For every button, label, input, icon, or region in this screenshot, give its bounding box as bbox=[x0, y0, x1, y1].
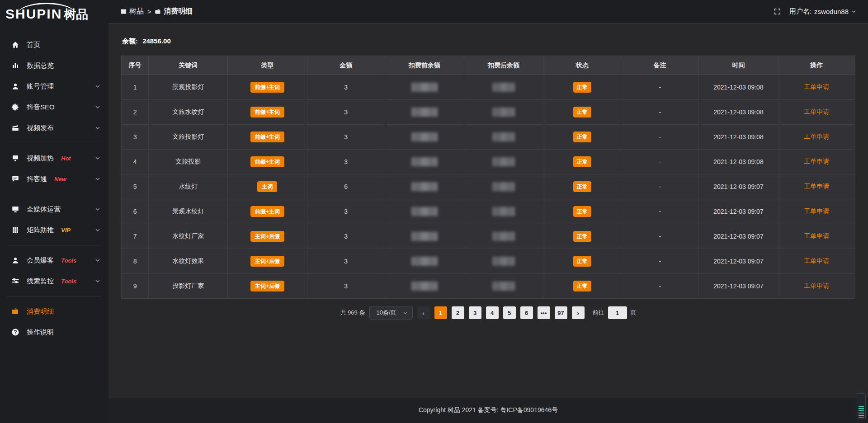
wallet-icon bbox=[155, 8, 161, 15]
goto-page-input[interactable] bbox=[608, 306, 627, 319]
page-size-select[interactable]: 10条/页 bbox=[369, 306, 412, 320]
page-button-3[interactable]: 3 bbox=[469, 306, 481, 319]
work-order-link[interactable]: 工单申请 bbox=[804, 158, 829, 165]
consumption-table: 序号关键词类型金额扣费前余额扣费后余额状态备注时间操作 1 景观投影灯 前缀+主… bbox=[121, 56, 855, 299]
page-button-4[interactable]: 4 bbox=[486, 306, 499, 319]
sidebar-item[interactable]: 会员爆客 Tools bbox=[0, 250, 108, 271]
table-header: 序号关键词类型金额扣费前余额扣费后余额状态备注时间操作 bbox=[122, 56, 855, 75]
sidebar-item[interactable]: 线索监控 Tools bbox=[0, 271, 108, 291]
sidebar-item-tag: New bbox=[54, 176, 66, 183]
column-header: 扣费后余额 bbox=[464, 56, 543, 75]
cell-index: 5 bbox=[122, 174, 149, 199]
cell-amount: 3 bbox=[307, 274, 385, 299]
table-row: 3 文旅投影灯 前缀+主词 3 正常 - 2021-12-03 09:08 工单… bbox=[122, 125, 855, 150]
page-button-6[interactable]: 6 bbox=[520, 306, 533, 319]
cell-index: 4 bbox=[122, 150, 149, 174]
chevron-down-icon bbox=[95, 227, 100, 233]
logo-arc-decoration bbox=[17, 3, 76, 14]
more-pages-button[interactable]: ••• bbox=[538, 306, 550, 319]
page-size-value: 10条/页 bbox=[376, 309, 396, 317]
type-badge: 前缀+主词 bbox=[250, 206, 284, 217]
cell-balance-after bbox=[464, 249, 543, 274]
cell-time: 2021-12-03 09:07 bbox=[699, 199, 778, 224]
sidebar-item[interactable]: 账号管理 bbox=[0, 76, 108, 97]
type-badge: 前缀+主词 bbox=[250, 156, 284, 167]
work-order-link[interactable]: 工单申请 bbox=[804, 207, 829, 215]
sidebar-item[interactable]: 消费明细 bbox=[0, 301, 108, 322]
wallet-icon bbox=[11, 307, 20, 316]
page-button-1[interactable]: 1 bbox=[434, 306, 447, 319]
page-number-buttons: 123456•••97 bbox=[434, 306, 567, 319]
page-button-97[interactable]: 97 bbox=[555, 306, 567, 319]
cell-action: 工单申请 bbox=[778, 224, 855, 249]
type-badge: 前缀+主词 bbox=[250, 107, 284, 118]
breadcrumb-separator: > bbox=[147, 8, 151, 15]
cell-time: 2021-12-03 09:07 bbox=[699, 274, 778, 299]
work-order-link[interactable]: 工单申请 bbox=[804, 133, 829, 140]
cell-time: 2021-12-03 09:07 bbox=[699, 174, 778, 199]
next-page-button[interactable]: › bbox=[572, 306, 585, 319]
cell-status: 正常 bbox=[543, 75, 621, 100]
column-header: 金额 bbox=[307, 56, 385, 75]
sidebar-item-label: 操作说明 bbox=[27, 328, 54, 337]
cell-index: 1 bbox=[122, 75, 149, 100]
sidebar-item-tag: Tools bbox=[61, 278, 76, 285]
cell-balance-before bbox=[385, 224, 464, 249]
sidebar-item-label: 消费明细 bbox=[27, 307, 54, 316]
cell-type: 主词+后缀 bbox=[228, 274, 307, 299]
cell-amount: 3 bbox=[307, 249, 385, 274]
table-row: 4 文旅投影 前缀+主词 3 正常 - 2021-12-03 09:08 工单申… bbox=[122, 150, 855, 174]
cell-index: 8 bbox=[122, 249, 149, 274]
cell-amount: 3 bbox=[307, 100, 385, 125]
sidebar-item[interactable]: 操作说明 bbox=[0, 322, 108, 343]
sidebar-item-label: 视频发布 bbox=[27, 124, 54, 132]
sidebar-item-tag: VIP bbox=[61, 227, 71, 234]
breadcrumb-home-label: 树品 bbox=[129, 7, 144, 16]
work-order-link[interactable]: 工单申请 bbox=[804, 183, 829, 190]
work-order-link[interactable]: 工单申请 bbox=[804, 83, 829, 90]
work-order-link[interactable]: 工单申请 bbox=[804, 257, 829, 264]
pagination-total: 共 969 条 bbox=[340, 309, 365, 317]
breadcrumb-home[interactable]: 树品 bbox=[120, 7, 144, 16]
cell-amount: 3 bbox=[307, 224, 385, 249]
cell-remark: - bbox=[621, 249, 699, 274]
page-button-5[interactable]: 5 bbox=[503, 306, 516, 319]
sidebar-item[interactable]: 抖客通 New bbox=[0, 169, 108, 189]
page-button-2[interactable]: 2 bbox=[452, 306, 464, 319]
sidebar-item[interactable]: 视频发布 bbox=[0, 118, 108, 138]
user-menu[interactable]: 用户名: zswodun88 bbox=[789, 7, 856, 16]
sidebar-item[interactable]: 首页 bbox=[0, 34, 108, 55]
cell-keyword: 景观投影灯 bbox=[149, 75, 228, 100]
cell-action: 工单申请 bbox=[778, 274, 855, 299]
cell-type: 主词+后缀 bbox=[228, 249, 307, 274]
status-badge: 正常 bbox=[573, 256, 591, 267]
sidebar-menu: 首页 数据总览 账号管理 抖音SEO 视频发布 视频加热 bbox=[0, 34, 108, 343]
blurred-balance-before bbox=[411, 157, 438, 166]
cell-keyword: 投影灯厂家 bbox=[149, 274, 228, 299]
sidebar-item-label: 抖音SEO bbox=[27, 103, 55, 112]
cell-type: 前缀+主词 bbox=[228, 100, 307, 125]
main-column: 树品 > 消费明细 用户名: zswodun88 bbox=[108, 0, 868, 423]
fullscreen-icon[interactable] bbox=[774, 8, 781, 15]
chevron-down-icon bbox=[851, 9, 856, 14]
user-icon bbox=[11, 82, 20, 91]
browser-extension-widget[interactable] bbox=[857, 393, 866, 419]
prev-page-button[interactable]: ‹ bbox=[417, 306, 430, 319]
work-order-link[interactable]: 工单申请 bbox=[804, 108, 829, 115]
work-order-link[interactable]: 工单申请 bbox=[804, 282, 829, 289]
sidebar-item[interactable]: 视频加热 Hot bbox=[0, 148, 108, 169]
breadcrumb-current: 消费明细 bbox=[155, 7, 193, 16]
sidebar-item[interactable]: 数据总览 bbox=[0, 55, 108, 76]
cell-status: 正常 bbox=[543, 125, 621, 150]
cell-type: 前缀+主词 bbox=[228, 125, 307, 150]
sidebar-item[interactable]: 矩阵助推 VIP bbox=[0, 220, 108, 240]
sidebar-item[interactable]: 抖音SEO bbox=[0, 97, 108, 118]
work-order-link[interactable]: 工单申请 bbox=[804, 232, 829, 240]
cell-remark: - bbox=[621, 125, 699, 150]
cell-balance-before bbox=[385, 174, 464, 199]
picture-icon bbox=[120, 8, 127, 15]
cell-index: 2 bbox=[122, 100, 149, 125]
sidebar-item[interactable]: 全媒体运营 bbox=[0, 199, 108, 220]
blurred-balance-after bbox=[492, 207, 515, 216]
breadcrumb: 树品 > 消费明细 bbox=[120, 7, 193, 16]
